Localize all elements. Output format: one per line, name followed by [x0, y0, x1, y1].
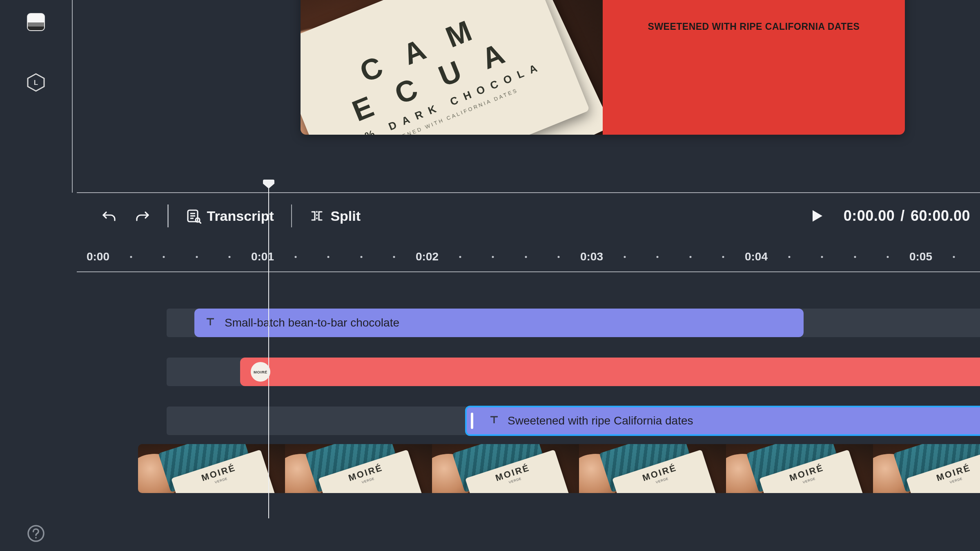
- split-label: Split: [330, 208, 361, 224]
- ruler-tick: [821, 256, 823, 258]
- timeline-toolbar: Transcript Split 0:00.00 / 60:00.00: [77, 193, 980, 239]
- svg-point-2: [28, 526, 44, 541]
- ruler-label: 0:04: [745, 250, 768, 263]
- media-library-icon: [27, 13, 45, 31]
- video-clip-badge: MOIRÉ: [251, 362, 270, 382]
- ruler-tick: [722, 256, 724, 258]
- ruler-tick: [360, 256, 362, 258]
- media-library-button[interactable]: [25, 11, 47, 33]
- ruler-tick: [459, 256, 461, 258]
- video-clip[interactable]: MOIRÉ: [240, 358, 980, 386]
- ruler-tick: [689, 256, 691, 258]
- redo-icon: [135, 208, 150, 224]
- preview-left-frame: C A M E C U A 70% DARK CHOCOLA SWEETENED…: [301, 0, 603, 135]
- play-button[interactable]: [808, 204, 826, 227]
- ruler-tick: [229, 256, 231, 258]
- playhead-line[interactable]: [268, 188, 269, 518]
- text-clip-1[interactable]: Small-batch bean-to-bar chocolate: [194, 309, 804, 337]
- text-clip-1-label: Small-batch bean-to-bar chocolate: [225, 316, 399, 329]
- undo-icon: [101, 208, 117, 224]
- split-icon: [309, 208, 325, 224]
- playhead-handle[interactable]: [263, 180, 274, 189]
- ruler-tick: [788, 256, 790, 258]
- ruler-label: 0:00: [87, 250, 109, 263]
- ruler-tick: [327, 256, 330, 258]
- ruler-tick: [657, 256, 659, 258]
- split-button[interactable]: Split: [307, 204, 362, 228]
- ruler-label: 0:05: [909, 250, 932, 263]
- help-button[interactable]: [0, 524, 72, 543]
- ruler-tick: [163, 256, 165, 258]
- play-icon: [809, 209, 824, 223]
- ruler-label: 0:01: [251, 250, 274, 263]
- filmstrip-frame[interactable]: MOIRÉVERDE: [432, 444, 579, 493]
- text-icon: [205, 316, 216, 330]
- hexagon-icon: L: [25, 72, 47, 93]
- ruler-tick: [130, 256, 132, 258]
- ruler-tick: [854, 256, 856, 258]
- transcript-label: Transcript: [207, 208, 274, 224]
- timecode-total: 60:00.00: [911, 207, 970, 224]
- text-clip-2-label: Sweetened with ripe California dates: [508, 414, 693, 427]
- track-row-text-1: Small-batch bean-to-bar chocolate: [101, 309, 980, 337]
- timeline-ruler[interactable]: 0:000:010:020:030:040:05: [77, 239, 980, 272]
- ruler-tick: [953, 256, 955, 258]
- ruler-tick: [887, 256, 889, 258]
- svg-point-3: [35, 537, 37, 539]
- toolbar-separator-2: [291, 204, 292, 227]
- layers-button[interactable]: L: [25, 72, 47, 93]
- track-row-video: MOIRÉ: [101, 358, 980, 386]
- filmstrip-track[interactable]: MOIRÉVERDEMOIRÉVERDEMOIRÉVERDEMOIRÉVERDE…: [138, 444, 980, 493]
- filmstrip-frame[interactable]: MOIRÉVERDE: [138, 444, 285, 493]
- ruler-tick: [492, 256, 494, 258]
- preview-right-frame: SWEETENED WITH RIPE CALIFORNIA DATES: [603, 0, 905, 135]
- left-sidebar: L: [0, 0, 72, 551]
- toolbar-separator-1: [167, 204, 169, 227]
- timeline-tracks: Small-batch bean-to-bar chocolate MOIRÉ …: [77, 273, 980, 551]
- undo-button[interactable]: [100, 204, 118, 228]
- ruler-tick: [558, 256, 560, 258]
- clip-trim-handle-left[interactable]: [471, 413, 473, 429]
- preview-overlay-text: SWEETENED WITH RIPE CALIFORNIA DATES: [648, 21, 860, 32]
- svg-line-9: [199, 222, 201, 223]
- redo-button[interactable]: [133, 204, 152, 228]
- filmstrip-frame[interactable]: MOIRÉVERDE: [285, 444, 432, 493]
- ruler-label: 0:03: [580, 250, 603, 263]
- timecode-separator: /: [900, 207, 905, 224]
- ruler-tick: [624, 256, 626, 258]
- transcript-icon: [186, 208, 201, 224]
- text-icon: [489, 414, 499, 428]
- ruler-tick: [393, 256, 395, 258]
- filmstrip-frame[interactable]: MOIRÉVERDE: [726, 444, 873, 493]
- timecode-current: 0:00.00: [844, 207, 895, 224]
- timecode-display: 0:00.00 / 60:00.00: [844, 207, 970, 224]
- text-clip-2-selected[interactable]: Sweetened with ripe California dates: [465, 406, 980, 436]
- ruler-label: 0:02: [416, 250, 439, 263]
- filmstrip-frame[interactable]: MOIRÉVERDE: [873, 444, 980, 493]
- preview-card-front: C A M E C U A 70% DARK CHOCOLA SWEETENED…: [301, 0, 590, 135]
- video-preview[interactable]: C A M E C U A 70% DARK CHOCOLA SWEETENED…: [301, 0, 905, 135]
- svg-text:L: L: [34, 79, 38, 87]
- transcript-button[interactable]: Transcript: [184, 204, 276, 228]
- ruler-tick: [294, 256, 296, 258]
- filmstrip-frame[interactable]: MOIRÉVERDE: [579, 444, 726, 493]
- ruler-tick: [525, 256, 527, 258]
- editor-main: C A M E C U A 70% DARK CHOCOLA SWEETENED…: [73, 0, 980, 551]
- track-row-text-2: Sweetened with ripe California dates: [101, 407, 980, 435]
- ruler-tick: [196, 256, 198, 258]
- help-icon: [27, 524, 45, 543]
